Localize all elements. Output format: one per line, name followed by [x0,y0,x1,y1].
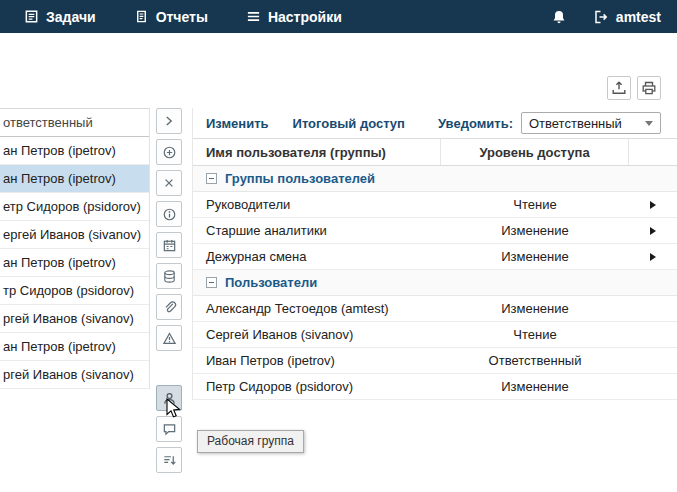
nav-item-settings[interactable]: Настройки [246,9,342,25]
notify-group: Уведомить: Ответственный [438,112,661,134]
database-icon[interactable] [156,263,182,289]
calendar-icon[interactable] [156,232,182,258]
attachment-icon[interactable] [156,294,182,320]
logout-icon [593,9,609,25]
user-name: Петр Сидоров (psidorov) [193,379,441,394]
info-icon[interactable] [156,201,182,227]
grid-header: Имя пользователя (группы) Уровень доступ… [193,138,677,166]
column-header-level: Уровень доступа [441,139,629,165]
access-level: Чтение [441,197,629,212]
user-row[interactable]: Петр Сидоров (psidorov) Изменение [193,374,677,400]
close-icon[interactable] [156,170,182,196]
side-toolbar [156,108,183,473]
user-row[interactable]: Иван Петров (ipetrov) Ответственный [193,348,677,374]
warning-icon[interactable] [156,325,182,351]
print-icon[interactable] [637,76,661,100]
access-level: Чтение [441,327,629,342]
edit-link[interactable]: Изменить [206,116,269,131]
list-item[interactable]: ан Петров (ipetrov) [0,137,149,165]
workgroup-icon[interactable] [156,385,182,411]
chevron-down-icon [645,121,653,126]
group-name: Руководители [193,197,441,212]
access-level: Изменение [441,379,629,394]
total-access-link[interactable]: Итоговый доступ [293,116,405,131]
access-panel-toolbar: Изменить Итоговый доступ Уведомить: Отве… [193,108,677,138]
user-name: Сергей Иванов (sivanov) [193,327,441,342]
access-level: Ответственный [441,353,629,368]
submenu-arrow-icon[interactable] [650,227,656,235]
group-name: Дежурная смена [193,249,441,264]
submenu-arrow-icon[interactable] [650,253,656,261]
notify-label: Уведомить: [438,116,513,131]
user-row[interactable]: Александр Тестоедов (amtest) Изменение [193,296,677,322]
notify-select[interactable]: Ответственный [521,112,661,134]
list-item[interactable]: етр Сидоров (psidorov) [0,193,149,221]
notifications-bell-icon[interactable] [551,9,567,25]
nav-item-tasks[interactable]: Задачи [24,9,96,25]
app-window: { "nav": { "items": [ { "label": "Задачи… [0,0,677,492]
collapse-icon[interactable] [206,277,217,288]
expand-icon[interactable] [156,108,182,134]
nav-item-reports[interactable]: Отчеты [134,9,208,25]
list-item-selected[interactable]: ан Петров (ipetrov) [0,165,149,193]
section-users-title: Пользователи [225,275,317,290]
page-action-icons [607,76,661,100]
list-item[interactable]: ргей Иванов (sivanov) [0,305,149,333]
comments-icon[interactable] [156,416,182,442]
top-navigation: Задачи Отчеты Настройки amtest [0,0,677,33]
group-row[interactable]: Старшие аналитики Изменение [193,218,677,244]
responsible-list: ответственный ан Петров (ipetrov) ан Пет… [0,108,150,389]
column-header-name: Имя пользователя (группы) [193,139,441,165]
group-row[interactable]: Руководители Чтение [193,192,677,218]
access-level: Изменение [441,223,629,238]
user-menu[interactable]: amtest [593,9,661,25]
list-item[interactable]: ан Петров (ipetrov) [0,249,149,277]
reports-icon [134,9,149,24]
notify-select-value: Ответственный [529,116,622,131]
access-rights-panel: Изменить Итоговый доступ Уведомить: Отве… [192,108,677,400]
add-icon[interactable] [156,139,182,165]
list-item[interactable]: ргей Иванов (sivanov) [0,361,149,389]
export-icon[interactable] [607,76,631,100]
group-name: Старшие аналитики [193,223,441,238]
column-header-actions [629,139,677,165]
sort-icon[interactable] [156,447,182,473]
user-name: Иван Петров (ipetrov) [193,353,441,368]
username-label: amtest [616,9,661,25]
nav-item-tasks-label: Задачи [46,9,96,25]
access-level: Изменение [441,301,629,316]
section-groups: Группы пользователей [193,166,677,192]
workgroup-tooltip: Рабочая группа [197,430,304,453]
nav-item-settings-label: Настройки [268,9,342,25]
tasks-icon [24,9,39,24]
nav-item-reports-label: Отчеты [156,9,208,25]
settings-icon [246,9,261,24]
section-users: Пользователи [193,270,677,296]
user-name: Александр Тестоедов (amtest) [193,301,441,316]
group-row[interactable]: Дежурная смена Изменение [193,244,677,270]
user-row[interactable]: Сергей Иванов (sivanov) Чтение [193,322,677,348]
nav-right-group: amtest [551,9,661,25]
responsible-list-header: ответственный [0,109,149,137]
submenu-arrow-icon[interactable] [650,201,656,209]
list-item[interactable]: ан Петров (ipetrov) [0,333,149,361]
collapse-icon[interactable] [206,173,217,184]
access-level: Изменение [441,249,629,264]
section-groups-title: Группы пользователей [225,171,375,186]
list-item[interactable]: ергей Иванов (sivanov) [0,221,149,249]
list-item[interactable]: тр Сидоров (psidorov) [0,277,149,305]
